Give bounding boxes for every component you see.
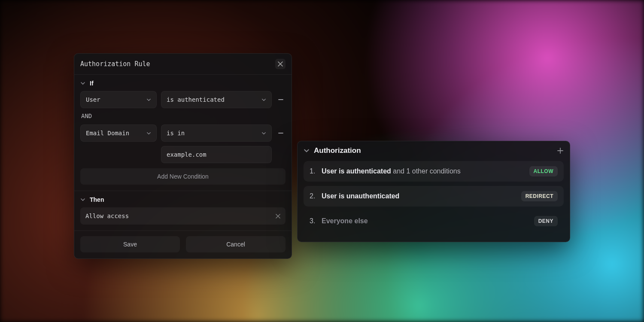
minus-icon (278, 130, 284, 136)
chevron-down-icon (80, 81, 85, 86)
condition-operator-select[interactable]: is authenticated (161, 91, 272, 108)
rule-item-text: Everyone else (322, 217, 368, 225)
plus-icon (557, 147, 564, 154)
close-icon (276, 214, 280, 219)
rule-item-number: 1. (310, 167, 317, 175)
then-label: Then (90, 196, 104, 203)
chevron-down-icon (146, 97, 151, 102)
then-action-input[interactable]: Allow access (80, 207, 286, 225)
if-heading[interactable]: If (80, 80, 286, 87)
then-section: Then Allow access (74, 191, 292, 231)
condition-subject-select[interactable]: User (80, 91, 157, 108)
then-heading[interactable]: Then (80, 196, 286, 203)
then-action-value: Allow access (85, 213, 129, 219)
add-condition-button[interactable]: Add New Condition (80, 168, 286, 185)
close-icon (278, 61, 283, 67)
save-button[interactable]: Save (80, 236, 180, 252)
rule-editor-title: Authorization Rule (80, 60, 150, 68)
rule-item-badge: REDIRECT (521, 191, 558, 201)
condition-subject-value: User (86, 96, 100, 103)
condition-subject-select[interactable]: Email Domain (80, 125, 157, 142)
rule-editor-header: Authorization Rule (74, 54, 292, 75)
chevron-down-icon (261, 97, 266, 102)
rule-item-badge: ALLOW (529, 166, 558, 176)
add-condition-label: Add New Condition (157, 173, 209, 180)
rule-item-badge: DENY (534, 216, 558, 226)
chevron-down-icon (304, 148, 310, 154)
cancel-label: Cancel (226, 241, 245, 248)
if-section: If User is authenticated AND Email Domai… (74, 75, 292, 191)
if-label: If (90, 80, 94, 87)
condition-operator-value: is authenticated (167, 96, 225, 103)
close-button[interactable] (275, 59, 286, 69)
minus-icon (278, 97, 284, 103)
authorization-list-title: Authorization (314, 146, 361, 155)
rule-item-text: User is authenticated and 1 other condit… (322, 167, 461, 175)
condition-subject-value: Email Domain (86, 130, 129, 137)
save-label: Save (123, 241, 137, 248)
authorization-list-panel: Authorization 1.User is authenticated an… (297, 141, 570, 242)
rule-list-item[interactable]: 3.Everyone elseDENY (304, 211, 564, 231)
clear-action-button[interactable] (276, 214, 280, 219)
condition-value-text: example.com (167, 151, 207, 158)
rule-item-left: 3.Everyone else (310, 217, 368, 225)
rule-list-item[interactable]: 2.User is unauthenticatedREDIRECT (304, 186, 564, 207)
rule-item-number: 3. (310, 217, 317, 225)
chevron-down-icon (80, 197, 85, 202)
rule-item-left: 1.User is authenticated and 1 other cond… (310, 167, 461, 175)
remove-condition-button[interactable] (276, 128, 286, 138)
remove-condition-button[interactable] (276, 95, 286, 104)
chevron-down-icon (261, 131, 266, 136)
condition-joiner: AND (81, 112, 286, 119)
rule-item-number: 2. (310, 192, 317, 200)
condition-row: Email Domain is in (80, 125, 286, 142)
rule-editor-footer: Save Cancel (74, 231, 292, 258)
condition-operator-value: is in (167, 130, 185, 137)
chevron-down-icon (146, 131, 151, 136)
authorization-list-header: Authorization (304, 146, 564, 155)
cancel-button[interactable]: Cancel (186, 236, 286, 252)
add-rule-button[interactable] (557, 147, 564, 154)
condition-value-input[interactable]: example.com (161, 146, 272, 163)
condition-operator-select[interactable]: is in (161, 125, 272, 142)
rule-item-left: 2.User is unauthenticated (310, 192, 399, 200)
rule-list: 1.User is authenticated and 1 other cond… (304, 161, 564, 231)
authorization-list-heading[interactable]: Authorization (304, 146, 361, 155)
rule-list-item[interactable]: 1.User is authenticated and 1 other cond… (304, 161, 564, 182)
condition-value-row: example.com (80, 146, 286, 163)
rule-item-text: User is unauthenticated (322, 192, 399, 200)
condition-row: User is authenticated (80, 91, 286, 108)
rule-editor-panel: Authorization Rule If User is authentica… (74, 53, 292, 259)
